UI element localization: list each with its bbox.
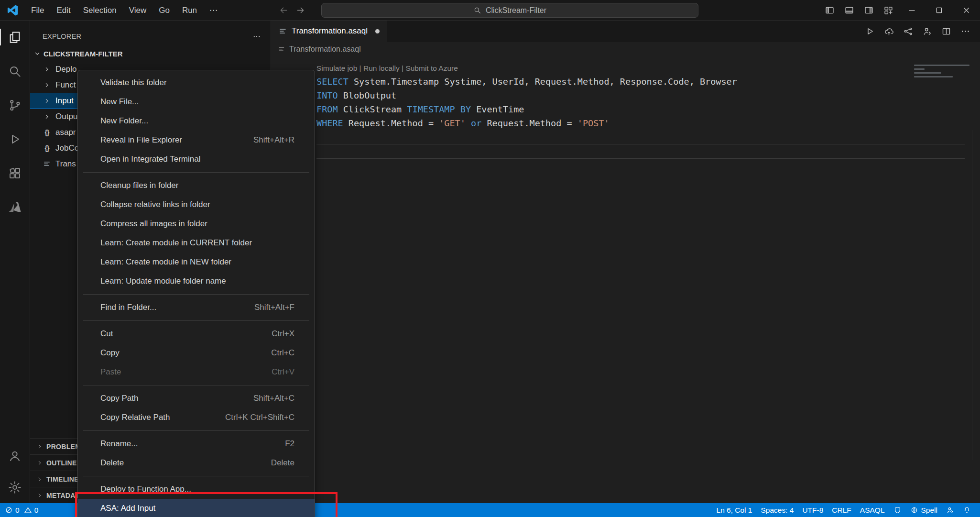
status-shield-icon[interactable] [889,503,906,517]
run-icon[interactable] [861,22,879,40]
maximize-button[interactable] [926,0,953,20]
chevron-right-icon [42,66,52,73]
status-spaces-4[interactable]: Spaces: 4 [756,503,798,517]
menu-go[interactable]: Go [152,3,176,17]
diagram-icon[interactable] [899,22,917,40]
workspace-folder-name: CLICKSTREAM-FILTER [44,50,123,58]
context-menu-item-delete[interactable]: DeleteDelete [78,453,315,473]
context-menu-item-open-in-integrated-terminal[interactable]: Open in Integrated Terminal [78,150,315,169]
context-menu-item-new-folder[interactable]: New Folder... [78,111,315,131]
context-menu-item-cut[interactable]: CutCtrl+X [78,324,315,343]
problems-status[interactable]: 0 0 [0,506,38,515]
activity-account[interactable] [0,440,30,472]
menu-edit[interactable]: Edit [50,3,76,17]
minimize-button[interactable] [898,0,926,20]
status-asaql[interactable]: ASAQL [856,503,889,517]
context-menu-item-copy-path[interactable]: Copy PathShift+Alt+C [78,389,315,408]
menu-separator [83,320,309,321]
context-menu-item-copy[interactable]: CopyCtrl+C [78,343,315,363]
section-label: OUTLINE [46,459,77,467]
tab-transformation-asaql[interactable]: Transformation.asaql [271,20,387,42]
context-menu-item-collapse-relative-links-in-folder[interactable]: Collapse relative links in folder [78,195,315,214]
menu-separator [83,476,309,476]
context-menu-item-learn-create-module-in-current-folder[interactable]: Learn: Create module in CURRENT folder [78,233,315,253]
maximize-icon [935,6,944,15]
token: INTO [316,90,338,100]
cloud-upload-icon[interactable] [880,22,898,40]
activity-extensions[interactable] [0,156,30,190]
live-share-icon[interactable] [918,22,936,40]
code-editor[interactable]: Simulate job | Run locally | Submit to A… [271,56,980,130]
toggle-secondary-sidebar-icon[interactable] [859,0,879,20]
token: Request.Method = [481,118,577,128]
context-menu-item-learn-create-module-in-new-folder[interactable]: Learn: Create module in NEW folder [78,253,315,272]
more-glyph [960,26,970,36]
activity-source-control[interactable] [0,88,30,122]
token [455,104,460,114]
status-crlf[interactable]: CRLF [828,503,855,517]
codelens-links[interactable]: Simulate job | Run locally | Submit to A… [316,62,980,75]
context-menu-item-label: Open in Integrated Terminal [100,154,294,164]
explorer-more-actions-icon[interactable] [252,32,261,41]
toggle-panel-icon[interactable] [839,0,859,20]
context-menu-item-label: Copy Path [100,394,239,403]
status-live-share-icon[interactable] [942,503,958,517]
globe-icon [910,506,918,514]
activity-search[interactable] [0,54,30,88]
menu-selection[interactable]: Selection [77,3,123,17]
context-menu-item-validate-this-folder[interactable]: Validate this folder [78,73,315,92]
close-button[interactable] [953,0,980,20]
toggle-sidebar-icon[interactable] [820,0,839,20]
menu-view[interactable]: View [123,3,153,17]
workspace-folder-row[interactable]: CLICKSTREAM-FILTER [30,46,271,61]
context-menu-item-label: ASA: Add Input [100,504,294,513]
source-control-icon [8,98,22,112]
context-menu-item-label: Collapse relative links in folder [100,200,294,209]
menu-more[interactable]: ⋯ [203,3,224,17]
command-center[interactable]: ClickStream-Filter [321,3,698,18]
split-editor-icon[interactable] [937,22,955,40]
customize-layout-icon[interactable] [879,0,898,20]
token: BlobOutput [338,90,397,100]
context-menu-item-copy-relative-path[interactable]: Copy Relative PathCtrl+K Ctrl+Shift+C [78,408,315,427]
status-spell[interactable]: Spell [906,503,942,517]
forward-icon[interactable] [295,5,305,15]
context-menu-item-deploy-to-function-app[interactable]: Deploy to Function App... [78,480,315,499]
menu-run[interactable]: Run [176,3,203,17]
context-menu-item-cleanup-files-in-folder[interactable]: Cleanup files in folder [78,176,315,195]
status-utf-8[interactable]: UTF-8 [798,503,828,517]
chevron-right-icon [42,97,52,105]
context-menu-item-compress-all-images-in-folder[interactable]: Compress all images in folder [78,214,315,233]
context-menu-item-asa-add-input[interactable]: ASA: Add Input [78,499,315,517]
code-line-4: WHERE Request.Method = 'GET' or Request.… [316,116,980,130]
run-debug-icon [8,132,22,146]
errors-icon [5,506,13,514]
context-menu-item-label: Learn: Update module folder name [100,276,294,286]
activity-run-debug[interactable] [0,122,30,156]
token: SELECT [316,77,348,87]
activity-azure[interactable] [0,190,30,224]
account-icon [8,449,22,463]
explorer-icon [8,30,22,44]
back-icon[interactable] [279,5,289,15]
context-menu-item-rename[interactable]: Rename...F2 [78,434,315,453]
activity-bar [0,20,30,503]
code-line-2: INTO BlobOutput [316,88,980,102]
context-menu-item-learn-update-module-folder-name[interactable]: Learn: Update module folder name [78,272,315,291]
tree-item-label: Input [55,96,74,106]
context-menu-item-reveal-in-file-explorer[interactable]: Reveal in File ExplorerShift+Alt+R [78,131,315,150]
token: BY [460,104,471,114]
menu-bar: FileEditSelectionViewGoRun⋯ [25,0,224,20]
status-label: ASAQL [860,506,885,515]
context-menu-item-new-file[interactable]: New File... [78,92,315,111]
menu-file[interactable]: File [25,3,50,17]
context-menu-item-shortcut: Ctrl+X [272,329,294,339]
activity-explorer[interactable] [0,20,30,54]
more-icon[interactable] [957,22,974,40]
context-menu-item-find-in-folder[interactable]: Find in Folder...Shift+Alt+F [78,298,315,317]
breadcrumb[interactable]: Transformation.asaql [271,42,980,56]
status-ln-6-col-1[interactable]: Ln 6, Col 1 [712,503,757,517]
status-bell-icon[interactable] [958,503,975,517]
activity-settings[interactable] [0,472,30,503]
minimap[interactable] [914,62,969,80]
